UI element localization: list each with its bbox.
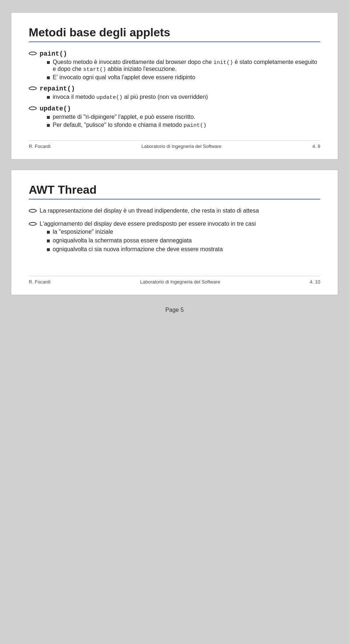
- circle-bullet-icon: [29, 209, 37, 213]
- list-item: L'aggiornamento del display deve essere …: [29, 221, 320, 254]
- list-item: La rappresentazione del display è un thr…: [29, 208, 320, 214]
- update-desc-2: Per default, "pulisce" lo sfondo e chiam…: [53, 122, 206, 129]
- slide-2: AWT Thread La rappresentazione del displ…: [11, 170, 338, 295]
- list-item: repaint() invoca il metodo update() al p…: [29, 85, 320, 102]
- list-item: ogniqualvolta ci sia nuova informazione …: [40, 246, 320, 253]
- square-bullet-icon: [47, 76, 50, 79]
- repaint-children: invoca il metodo update() al più presto …: [40, 94, 320, 101]
- awt-case-2: ogniqualvolta la schermata possa essere …: [53, 237, 192, 244]
- list-item: update() permette di "ri-dipingere" l'ap…: [29, 105, 320, 130]
- title-divider-2: [29, 199, 320, 200]
- slide2-title: AWT Thread: [29, 183, 320, 197]
- circle-bullet-icon: [29, 86, 37, 90]
- paint-desc-1: Questo metodo è invocato direttamente da…: [53, 59, 320, 73]
- footer-right: 4. 10: [310, 279, 320, 285]
- page-number: Page 5: [165, 307, 184, 313]
- slide-1: Metodi base degli applets paint() Questo…: [11, 12, 338, 160]
- awt-children: la "esposizione" iniziale ogniqualvolta …: [40, 229, 320, 253]
- footer-center: Laboratorio di Ingegneria del Software: [141, 144, 221, 149]
- square-bullet-icon: [47, 116, 50, 119]
- awt-desc-2: L'aggiornamento del display deve essere …: [40, 221, 256, 227]
- update-desc-1: permette di "ri-dipingere" l'applet, e p…: [53, 114, 195, 120]
- list-item: Per default, "pulisce" lo sfondo e chiam…: [40, 122, 320, 129]
- slide1-title: Metodi base degli applets: [29, 26, 320, 39]
- slide2-footer: R. Focardi Laboratorio di Ingegneria del…: [29, 276, 320, 285]
- footer-left: R. Focardi: [29, 144, 51, 149]
- footer-right: 4. 9: [312, 144, 320, 149]
- footer-left: R. Focardi: [29, 279, 51, 285]
- update-children: permette di "ri-dipingere" l'applet, e p…: [40, 114, 320, 129]
- footer-center: Laboratorio di Ingegneria del Software: [140, 279, 220, 285]
- circle-bullet-icon: [29, 106, 37, 110]
- list-item: invoca il metodo update() al più presto …: [40, 94, 320, 101]
- square-bullet-icon: [47, 61, 50, 64]
- list-item: permette di "ri-dipingere" l'applet, e p…: [40, 114, 320, 120]
- slide2-content: La rappresentazione del display è un thr…: [29, 208, 320, 254]
- list-item: paint() Questo metodo è invocato diretta…: [29, 50, 320, 82]
- title-divider-1: [29, 41, 320, 42]
- list-item: Questo metodo è invocato direttamente da…: [40, 59, 320, 73]
- circle-bullet-icon: [29, 52, 37, 55]
- square-bullet-icon: [47, 124, 50, 127]
- paint-desc-2: E' invocato ogni qual volta l'applet dev…: [53, 74, 195, 81]
- square-bullet-icon: [47, 248, 50, 251]
- slide1-content: paint() Questo metodo è invocato diretta…: [29, 50, 320, 130]
- awt-desc-1: La rappresentazione del display è un thr…: [40, 208, 259, 214]
- square-bullet-icon: [47, 240, 50, 242]
- repaint-desc: invoca il metodo update() al più presto …: [53, 94, 208, 101]
- list-item: la "esposizione" iniziale: [40, 229, 320, 235]
- update-label: update(): [40, 105, 71, 112]
- awt-case-1: la "esposizione" iniziale: [53, 229, 113, 235]
- list-item: E' invocato ogni qual volta l'applet dev…: [40, 74, 320, 81]
- square-bullet-icon: [47, 96, 50, 99]
- square-bullet-icon: [47, 231, 50, 234]
- paint-children: Questo metodo è invocato direttamente da…: [40, 59, 320, 81]
- circle-bullet-icon: [29, 222, 37, 226]
- repaint-label: repaint(): [40, 85, 75, 92]
- awt-case-3: ogniqualvolta ci sia nuova informazione …: [53, 246, 223, 253]
- paint-label: paint(): [40, 50, 67, 57]
- list-item: ogniqualvolta la schermata possa essere …: [40, 237, 320, 244]
- slide1-footer: R. Focardi Laboratorio di Ingegneria del…: [29, 140, 320, 149]
